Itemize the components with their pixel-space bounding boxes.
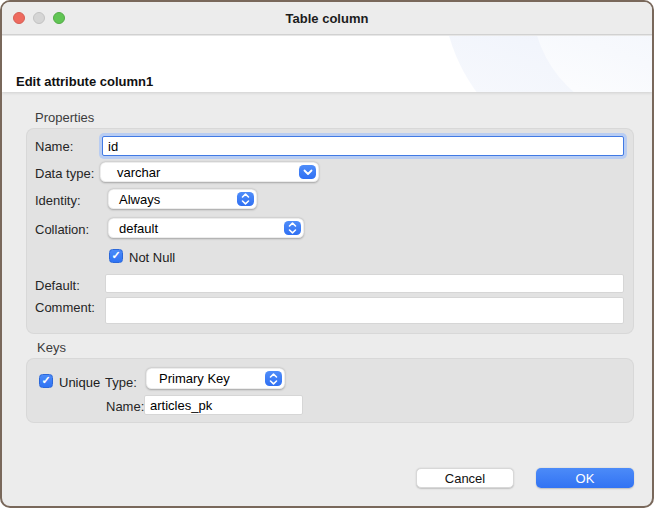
chevron-up-down-icon[interactable] — [265, 371, 282, 386]
dialog-subtitle: Edit attribute column1 — [16, 74, 153, 89]
traffic-lights — [13, 12, 65, 24]
table-column-dialog: Table column Edit attribute column1 Prop… — [0, 0, 654, 508]
key-type-value: Primary Key — [147, 371, 284, 386]
properties-section-label: Properties — [35, 110, 94, 125]
key-type-field-label: Type: — [105, 375, 137, 390]
collation-field-label: Collation: — [35, 222, 89, 237]
collation-popup[interactable]: default — [108, 218, 304, 238]
key-type-popup[interactable]: Primary Key — [146, 368, 285, 389]
key-name-input[interactable] — [144, 395, 303, 415]
identity-field-label: Identity: — [35, 193, 81, 208]
chevron-up-down-icon[interactable] — [237, 192, 254, 206]
not-null-checkbox[interactable] — [109, 249, 123, 263]
zoom-button[interactable] — [53, 12, 65, 24]
collation-value: default — [109, 221, 303, 236]
chevron-down-icon[interactable] — [299, 165, 316, 179]
key-name-field-label: Name: — [106, 399, 144, 414]
title-bar: Table column — [2, 2, 652, 35]
name-field-label: Name: — [35, 139, 73, 154]
comment-field-label: Comment: — [35, 300, 95, 315]
keys-section-label: Keys — [37, 340, 66, 355]
data-type-value: varchar — [101, 165, 318, 180]
unique-label: Unique — [59, 375, 100, 390]
comment-input[interactable] — [105, 297, 624, 324]
name-input[interactable] — [102, 136, 624, 156]
not-null-label: Not Null — [129, 250, 175, 265]
close-button[interactable] — [13, 12, 25, 24]
data-type-combobox[interactable]: varchar — [100, 162, 319, 182]
window-title: Table column — [2, 2, 652, 35]
default-field-label: Default: — [35, 278, 80, 293]
dialog-header: Edit attribute column1 — [2, 36, 652, 92]
identity-popup[interactable]: Always — [108, 189, 257, 209]
cancel-button[interactable]: Cancel — [416, 468, 514, 488]
data-type-field-label: Data type: — [35, 166, 94, 181]
default-input[interactable] — [105, 274, 624, 293]
unique-checkbox[interactable] — [39, 374, 53, 388]
identity-value: Always — [109, 192, 256, 207]
chevron-up-down-icon[interactable] — [284, 221, 301, 235]
ok-button[interactable]: OK — [536, 468, 634, 488]
minimize-button — [33, 12, 45, 24]
